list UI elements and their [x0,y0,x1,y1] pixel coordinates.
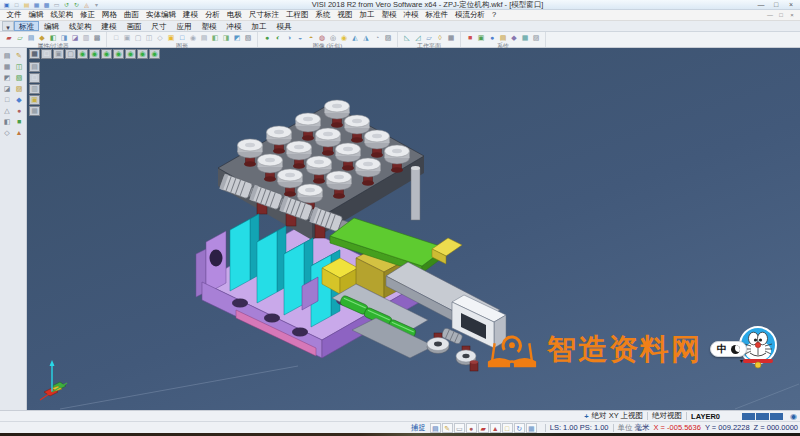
background-icon[interactable]: ▨ [383,33,393,42]
status-pen-icon[interactable]: ✎ [442,423,453,433]
menu-item[interactable]: 修正 [77,10,99,20]
delete-tool-icon[interactable]: □ [2,95,13,105]
wireframe-view-icon[interactable]: □ [177,33,187,42]
vp-sheet-icon[interactable]: □ [29,73,40,83]
scale-tool-icon[interactable]: ▨ [14,84,25,94]
surface-tool-icon[interactable]: ◧ [2,117,13,127]
menu-item[interactable]: 尺寸标注 [246,10,283,20]
vp-group-icon[interactable]: ▣ [29,95,40,105]
analyze-tool-icon[interactable]: ▲ [14,128,25,138]
menu-item[interactable]: 系统 [312,10,334,20]
line-tool-icon[interactable]: △ [2,106,13,116]
circle-tool-icon[interactable]: ● [14,106,25,116]
menu-item[interactable]: 冲模 [400,10,422,20]
units-value[interactable]: 毫米 [635,423,650,433]
print-icon[interactable]: ▭ [52,1,61,9]
mdi-close-button[interactable]: × [787,11,797,19]
status-doc-icon[interactable]: □ [502,423,513,433]
workplane-selector[interactable]: 绝对 XY 上视图 [592,411,644,421]
ribbon-tab[interactable]: 建模 [97,21,122,31]
feature-tool-icon[interactable]: ◇ [2,128,13,138]
close-button[interactable]: × [784,1,798,9]
ribbon-tab[interactable]: 模具 [272,21,297,31]
menu-item[interactable]: 线架构 [47,10,77,20]
status-truck-icon[interactable]: ▰ [478,423,489,433]
trim-tool-icon[interactable]: ▦ [2,62,13,72]
qa-dropdown-icon[interactable]: ▾ [92,1,101,9]
mirror-tool-icon[interactable]: ◪ [2,84,13,94]
move-tool-icon[interactable]: ◩ [2,73,13,83]
view-orient-back-icon[interactable]: ◉ [125,49,136,59]
view-iso-icon[interactable]: ◩ [232,33,242,42]
app-icon[interactable]: ▣ [2,1,11,9]
status-flag-icon[interactable]: ▲ [490,423,501,433]
filter-surface-icon[interactable]: ◨ [59,33,69,42]
ribbon-tab[interactable]: 应用 [172,21,197,31]
solid-tool-icon[interactable]: ■ [14,117,25,127]
pan-view-icon[interactable]: ◇ [155,33,165,42]
vp-doc-icon[interactable]: ▤ [29,62,40,72]
menu-item[interactable]: 文件 [3,10,25,20]
ribbon-tab[interactable]: 加工 [247,21,272,31]
ribbon-tab[interactable]: 编辑 [39,21,64,31]
viewport-layout-icon[interactable]: ▦ [29,49,40,59]
menu-item[interactable]: 加工 [356,10,378,20]
view-mode-selector[interactable]: 绝对视图 [652,411,682,421]
attr-layer-icon[interactable]: ▤ [26,33,36,42]
filter-mask-icon[interactable]: ▥ [81,33,91,42]
view-single-icon[interactable]: ◨ [221,33,231,42]
dynamic-rotate-icon[interactable]: ◉ [188,33,198,42]
new-file-icon[interactable]: □ [12,1,21,9]
view-wire-icon[interactable]: ▢ [65,49,76,59]
mdi-minimize-button[interactable]: — [765,11,775,19]
save-all-icon[interactable]: ▩ [42,1,51,9]
ribbon-tab[interactable]: 塑模 [197,21,222,31]
attr-line-icon[interactable]: ▱ [15,33,25,42]
workplane-reset-icon[interactable]: ▦ [446,33,456,42]
ribbon-tab[interactable]: 冲模 [222,21,247,31]
light-icon[interactable]: ◉ [339,33,349,42]
filter-curve-icon[interactable]: ◧ [48,33,58,42]
menu-item[interactable]: 分析 [202,10,224,20]
shadow-icon[interactable]: ◎ [328,33,338,42]
workplane-xz-icon[interactable]: ◿ [413,33,423,42]
status-refresh-icon[interactable]: ↻ [514,423,525,433]
sketch-tool-icon[interactable]: ✎ [14,51,25,61]
zoom-window-icon[interactable]: ▢ [133,33,143,42]
workplane-entity-icon[interactable]: ◊ [435,33,445,42]
menu-item[interactable]: 视图 [334,10,356,20]
render-ghost-icon[interactable]: ◒ [295,33,305,42]
menu-item[interactable]: ? [489,10,500,20]
vp-prop-icon[interactable]: ▦ [29,106,40,116]
view-shade-icon[interactable]: ▣ [53,49,64,59]
section-icon[interactable]: ◮ [361,33,371,42]
view-split-icon[interactable]: ◧ [210,33,220,42]
save-icon[interactable]: ▦ [32,1,41,9]
view-orient-left-icon[interactable]: ◉ [113,49,124,59]
menu-item[interactable]: 塑模 [378,10,400,20]
ime-indicator[interactable]: 中 ▾ [710,341,747,357]
ribbon-tab[interactable]: 标准 [14,21,39,31]
status-notes-icon[interactable]: ▤ [430,423,441,433]
open-file-icon[interactable]: ▤ [22,1,31,9]
filter-point-icon[interactable]: ◆ [37,33,47,42]
view-orient-front-icon[interactable]: ◉ [89,49,100,59]
filter-all-icon[interactable]: ▩ [92,33,102,42]
menu-item[interactable]: 实体编辑 [143,10,180,20]
status-user-icon[interactable]: ● [466,423,477,433]
render-edges-icon[interactable]: ◐ [273,33,283,42]
system-catalog-icon[interactable]: ▤ [498,33,508,42]
filter-solid-icon[interactable]: ◪ [70,33,80,42]
attr-color-icon[interactable]: ▰ [4,33,14,42]
menu-item[interactable]: 电极 [224,10,246,20]
menu-item[interactable]: 网格 [99,10,121,20]
view-list-icon[interactable]: ▤ [199,33,209,42]
menu-item[interactable]: 工程图 [283,10,313,20]
view-orient-iso-icon[interactable]: ◉ [149,49,160,59]
redo-icon[interactable]: ↻ [72,1,81,9]
ribbon-tab[interactable]: 画面 [122,21,147,31]
view-orient-top-icon[interactable]: ◉ [77,49,88,59]
zoom-all-icon[interactable]: ▣ [122,33,132,42]
vp-layer-icon[interactable]: ▥ [29,84,40,94]
snap-toggle[interactable]: 捕捉 [411,423,426,433]
